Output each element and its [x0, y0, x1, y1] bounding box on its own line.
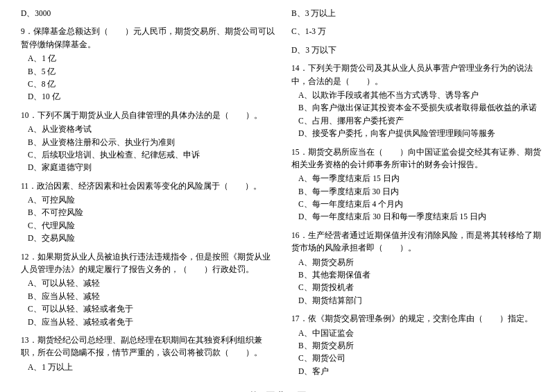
- option-text: B、3 万以上: [291, 7, 548, 19]
- option-row: A、期货交易所: [298, 256, 548, 269]
- option-row: C、每一年度结束后 4 个月内: [298, 198, 548, 210]
- question-14-text: 14．下列关于期货公司及其从业人员从事营户管理业务行为的说法中，合法的是（ ）。: [291, 62, 548, 87]
- question-10: 10．下列不属于期货从业人员自律管理的具体办法的是（ ）。 A、从业资格考试 B…: [21, 109, 278, 174]
- option-row: C、期货公司: [298, 352, 548, 364]
- option-d3000: D、3000: [21, 7, 278, 19]
- option-row: A、可控风险: [28, 194, 278, 206]
- two-column-layout: D、3000 9．保障基金总额达到（ ）元人民币，期货交易所、期货公司可以暂停缴…: [21, 7, 534, 383]
- option-text: D、3000: [21, 7, 278, 19]
- option-row: B、从业资格注册和公示、执业行为准则: [28, 136, 278, 148]
- option-row: B、期货交易所: [298, 339, 548, 352]
- option-row: A、从业资格考试: [28, 123, 278, 135]
- option-row: D、10 亿: [28, 90, 278, 103]
- option-row: A、以欺诈手段或者其他不当方式诱导、诱导客户: [298, 89, 548, 101]
- question-12-options: A、可以从轻、减轻 B、应当从轻、减轻 C、可以从轻、减轻或者免于 D、应当从轻…: [21, 277, 278, 328]
- question-11-options: A、可控风险 B、不可控风险 C、代理风险 D、交易风险: [21, 194, 278, 245]
- option-row: A、1 万以上: [28, 361, 278, 373]
- option-row: B、5 亿: [28, 65, 278, 78]
- option-text: D、3 万以下: [291, 44, 548, 56]
- question-13-text: 13．期货经纪公司总经理、副总经理在职期间在其独资利利组织兼职，所在公司隐瞒不报…: [21, 334, 278, 359]
- option-row: C、代理风险: [28, 219, 278, 232]
- option-row: A、1 亿: [28, 52, 278, 65]
- option-row: D、每一年度结束后 30 日和每一季度结束后 15 日内: [298, 210, 548, 223]
- option-row: A、可以从轻、减轻: [28, 277, 278, 289]
- option-row: D、应当从轻、减轻或者免于: [28, 316, 278, 328]
- question-15: 15．期货交易所应当在（ ）向中国证监会提交经其有证券、期货相关业务资格的会计师…: [291, 146, 548, 223]
- option-row: C、可以从轻、减轻或者免于: [28, 302, 278, 315]
- option-c13wan: C、1-3 万: [291, 25, 548, 37]
- question-17-text: 17．依《期货交易管理条例》的规定，交割仓库由（ ）指定。: [291, 312, 548, 325]
- option-row: B、应当从轻、减轻: [28, 290, 278, 302]
- question-13: 13．期货经纪公司总经理、副总经理在职期间在其独资利利组织兼职，所在公司隐瞒不报…: [21, 334, 278, 373]
- question-11: 11．政治因素、经济因素和社会因素等变化的风险属于（ ）。 A、可控风险 B、不…: [21, 180, 278, 245]
- option-row: D、期货结算部门: [298, 294, 548, 307]
- question-11-text: 11．政治因素、经济因素和社会因素等变化的风险属于（ ）。: [21, 180, 278, 192]
- option-row: C、后续职业培训、执业检查、纪律惩戒、申诉: [28, 148, 278, 161]
- option-d3wanxia: D、3 万以下: [291, 44, 548, 56]
- option-row: D、家庭道德守则: [28, 161, 278, 173]
- option-row: D、交易风险: [28, 232, 278, 244]
- page-container: D、3000 9．保障基金总额达到（ ）元人民币，期货交易所、期货公司可以暂停缴…: [21, 7, 534, 392]
- option-text: C、1-3 万: [291, 25, 548, 37]
- question-10-text: 10．下列不属于期货从业人员自律管理的具体办法的是（ ）。: [21, 109, 278, 121]
- question-12-text: 12．如果期货从业人员被迫执行违法违规指令，但是按照《期货从业人员管理办法》的规…: [21, 250, 278, 276]
- option-row: D、客户: [298, 365, 548, 377]
- option-row: B、不可控风险: [28, 206, 278, 219]
- left-column: D、3000 9．保障基金总额达到（ ）元人民币，期货交易所、期货公司可以暂停缴…: [21, 7, 278, 383]
- option-row: A、中国证监会: [298, 327, 548, 339]
- question-14-options: A、以欺诈手段或者其他不当方式诱导、诱导客户 B、向客户做出保证其投资本金不受损…: [291, 89, 548, 140]
- option-row: D、接受客户委托，向客户提供风险管理理顾问等服务: [298, 127, 548, 139]
- question-9-options: A、1 亿 B、5 亿 C、8 亿 D、10 亿: [21, 52, 278, 103]
- question-9: 9．保障基金总额达到（ ）元人民币，期货交易所、期货公司可以暂停缴纳保障基金。 …: [21, 25, 278, 103]
- question-17-options: A、中国证监会 B、期货交易所 C、期货公司 D、客户: [291, 327, 548, 378]
- question-15-options: A、每一季度结束后 15 日内 B、每一季度结束后 30 日内 C、每一年度结束…: [291, 172, 548, 223]
- option-b3wan: B、3 万以上: [291, 7, 548, 19]
- question-13-options: A、1 万以上: [21, 361, 278, 373]
- option-row: B、其他套期保值者: [298, 269, 548, 281]
- question-15-text: 15．期货交易所应当在（ ）向中国证监会提交经其有证券、期货相关业务资格的会计师…: [291, 146, 548, 171]
- option-row: B、向客户做出保证其投资本金不受损失或者取得最低收益的承诺: [298, 101, 548, 114]
- right-column: B、3 万以上 C、1-3 万 D、3 万以下 14．下列关于期货公司及其从业人…: [291, 7, 548, 383]
- question-14: 14．下列关于期货公司及其从业人员从事营户管理业务行为的说法中，合法的是（ ）。…: [291, 62, 548, 139]
- question-10-options: A、从业资格考试 B、从业资格注册和公示、执业行为准则 C、后续职业培训、执业检…: [21, 123, 278, 174]
- question-9-text: 9．保障基金总额达到（ ）元人民币，期货交易所、期货公司可以暂停缴纳保障基金。: [21, 25, 278, 51]
- option-row: C、期货投机者: [298, 281, 548, 293]
- question-16-text: 16．生产经营者通过近期保值并没有消除风险，而是将其转移给了期货市场的风险承担者…: [291, 229, 548, 255]
- option-row: C、占用、挪用客户委托资产: [298, 114, 548, 127]
- question-12: 12．如果期货从业人员被迫执行违法违规指令，但是按照《期货从业人员管理办法》的规…: [21, 250, 278, 328]
- question-17: 17．依《期货交易管理条例》的规定，交割仓库由（ ）指定。 A、中国证监会 B、…: [291, 312, 548, 377]
- option-row: A、每一季度结束后 15 日内: [298, 172, 548, 185]
- question-16: 16．生产经营者通过近期保值并没有消除风险，而是将其转移给了期货市场的风险承担者…: [291, 229, 548, 307]
- option-row: B、每一季度结束后 30 日内: [298, 185, 548, 198]
- question-16-options: A、期货交易所 B、其他套期保值者 C、期货投机者 D、期货结算部门: [291, 256, 548, 307]
- option-row: C、8 亿: [28, 78, 278, 90]
